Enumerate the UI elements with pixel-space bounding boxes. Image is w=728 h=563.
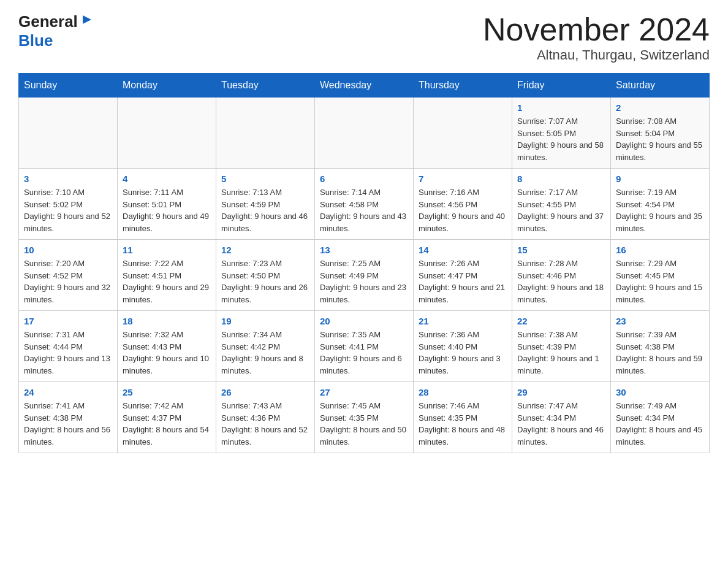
calendar-title: November 2024 bbox=[483, 12, 710, 47]
calendar-cell bbox=[216, 98, 315, 169]
calendar-cell: 23Sunrise: 7:39 AMSunset: 4:38 PMDayligh… bbox=[611, 311, 710, 382]
day-info: Sunrise: 7:46 AMSunset: 4:35 PMDaylight:… bbox=[419, 400, 507, 448]
day-number: 14 bbox=[419, 245, 507, 255]
calendar-cell: 21Sunrise: 7:36 AMSunset: 4:40 PMDayligh… bbox=[414, 311, 512, 382]
calendar-cell: 22Sunrise: 7:38 AMSunset: 4:39 PMDayligh… bbox=[512, 311, 611, 382]
calendar-cell: 19Sunrise: 7:34 AMSunset: 4:42 PMDayligh… bbox=[216, 311, 315, 382]
title-block: November 2024 Altnau, Thurgau, Switzerla… bbox=[483, 12, 710, 63]
calendar-cell bbox=[315, 98, 414, 169]
calendar-cell: 16Sunrise: 7:29 AMSunset: 4:45 PMDayligh… bbox=[611, 240, 710, 311]
day-number: 1 bbox=[517, 102, 605, 113]
day-number: 15 bbox=[517, 245, 605, 255]
calendar-cell: 7Sunrise: 7:16 AMSunset: 4:56 PMDaylight… bbox=[414, 169, 512, 240]
day-number: 2 bbox=[616, 102, 704, 113]
calendar-cell: 26Sunrise: 7:43 AMSunset: 4:36 PMDayligh… bbox=[216, 382, 315, 453]
day-info: Sunrise: 7:43 AMSunset: 4:36 PMDaylight:… bbox=[221, 400, 309, 448]
calendar-cell: 25Sunrise: 7:42 AMSunset: 4:37 PMDayligh… bbox=[118, 382, 216, 453]
day-number: 28 bbox=[419, 387, 507, 397]
day-number: 20 bbox=[320, 316, 408, 326]
page-header: General Blue November 2024 Altnau, Thurg… bbox=[18, 12, 710, 63]
day-info: Sunrise: 7:38 AMSunset: 4:39 PMDaylight:… bbox=[517, 329, 605, 377]
calendar-cell bbox=[118, 98, 216, 169]
calendar-cell: 18Sunrise: 7:32 AMSunset: 4:43 PMDayligh… bbox=[118, 311, 216, 382]
svg-marker-0 bbox=[83, 15, 91, 24]
day-number: 16 bbox=[616, 245, 704, 255]
day-number: 13 bbox=[320, 245, 408, 255]
day-number: 12 bbox=[221, 245, 309, 255]
calendar-cell: 15Sunrise: 7:28 AMSunset: 4:46 PMDayligh… bbox=[512, 240, 611, 311]
calendar-cell: 24Sunrise: 7:41 AMSunset: 4:38 PMDayligh… bbox=[19, 382, 118, 453]
calendar-cell: 14Sunrise: 7:26 AMSunset: 4:47 PMDayligh… bbox=[414, 240, 512, 311]
logo-triangle-icon bbox=[80, 13, 94, 26]
calendar-table: SundayMondayTuesdayWednesdayThursdayFrid… bbox=[18, 73, 710, 453]
calendar-cell: 27Sunrise: 7:45 AMSunset: 4:35 PMDayligh… bbox=[315, 382, 414, 453]
day-info: Sunrise: 7:19 AMSunset: 4:54 PMDaylight:… bbox=[616, 186, 704, 234]
day-info: Sunrise: 7:22 AMSunset: 4:51 PMDaylight:… bbox=[123, 258, 211, 305]
day-number: 30 bbox=[616, 387, 704, 397]
calendar-cell: 28Sunrise: 7:46 AMSunset: 4:35 PMDayligh… bbox=[414, 382, 512, 453]
day-info: Sunrise: 7:49 AMSunset: 4:34 PMDaylight:… bbox=[616, 400, 704, 448]
day-of-week-header: Saturday bbox=[611, 74, 710, 98]
day-number: 25 bbox=[123, 387, 211, 397]
day-info: Sunrise: 7:42 AMSunset: 4:37 PMDaylight:… bbox=[123, 400, 211, 448]
day-of-week-header: Tuesday bbox=[216, 74, 315, 98]
day-info: Sunrise: 7:32 AMSunset: 4:43 PMDaylight:… bbox=[123, 329, 211, 377]
day-number: 22 bbox=[517, 316, 605, 326]
day-number: 5 bbox=[221, 174, 309, 184]
day-info: Sunrise: 7:39 AMSunset: 4:38 PMDaylight:… bbox=[616, 329, 704, 377]
calendar-cell: 12Sunrise: 7:23 AMSunset: 4:50 PMDayligh… bbox=[216, 240, 315, 311]
calendar-cell: 29Sunrise: 7:47 AMSunset: 4:34 PMDayligh… bbox=[512, 382, 611, 453]
day-number: 9 bbox=[616, 174, 704, 184]
calendar-cell: 6Sunrise: 7:14 AMSunset: 4:58 PMDaylight… bbox=[315, 169, 414, 240]
day-info: Sunrise: 7:35 AMSunset: 4:41 PMDaylight:… bbox=[320, 329, 408, 377]
calendar-cell: 2Sunrise: 7:08 AMSunset: 5:04 PMDaylight… bbox=[611, 98, 710, 169]
day-number: 17 bbox=[24, 316, 112, 326]
day-info: Sunrise: 7:11 AMSunset: 5:01 PMDaylight:… bbox=[123, 186, 211, 234]
day-number: 11 bbox=[123, 245, 211, 255]
day-info: Sunrise: 7:47 AMSunset: 4:34 PMDaylight:… bbox=[517, 400, 605, 448]
calendar-cell: 20Sunrise: 7:35 AMSunset: 4:41 PMDayligh… bbox=[315, 311, 414, 382]
day-info: Sunrise: 7:28 AMSunset: 4:46 PMDaylight:… bbox=[517, 258, 605, 305]
day-number: 4 bbox=[123, 174, 211, 184]
calendar-cell: 13Sunrise: 7:25 AMSunset: 4:49 PMDayligh… bbox=[315, 240, 414, 311]
day-info: Sunrise: 7:31 AMSunset: 4:44 PMDaylight:… bbox=[24, 329, 112, 377]
day-number: 21 bbox=[419, 316, 507, 326]
day-info: Sunrise: 7:36 AMSunset: 4:40 PMDaylight:… bbox=[419, 329, 507, 377]
day-number: 3 bbox=[24, 174, 112, 184]
calendar-cell: 10Sunrise: 7:20 AMSunset: 4:52 PMDayligh… bbox=[19, 240, 118, 311]
calendar-cell bbox=[414, 98, 512, 169]
day-of-week-header: Monday bbox=[118, 74, 216, 98]
day-number: 24 bbox=[24, 387, 112, 397]
day-number: 6 bbox=[320, 174, 408, 184]
day-number: 26 bbox=[221, 387, 309, 397]
day-number: 29 bbox=[517, 387, 605, 397]
calendar-cell: 3Sunrise: 7:10 AMSunset: 5:02 PMDaylight… bbox=[19, 169, 118, 240]
day-of-week-header: Sunday bbox=[19, 74, 118, 98]
calendar-cell: 9Sunrise: 7:19 AMSunset: 4:54 PMDaylight… bbox=[611, 169, 710, 240]
day-of-week-header: Wednesday bbox=[315, 74, 414, 98]
day-info: Sunrise: 7:29 AMSunset: 4:45 PMDaylight:… bbox=[616, 258, 704, 305]
day-info: Sunrise: 7:13 AMSunset: 4:59 PMDaylight:… bbox=[221, 186, 309, 234]
day-info: Sunrise: 7:45 AMSunset: 4:35 PMDaylight:… bbox=[320, 400, 408, 448]
day-info: Sunrise: 7:10 AMSunset: 5:02 PMDaylight:… bbox=[24, 186, 112, 234]
logo: General Blue bbox=[18, 12, 94, 50]
day-info: Sunrise: 7:16 AMSunset: 4:56 PMDaylight:… bbox=[419, 186, 507, 234]
day-info: Sunrise: 7:34 AMSunset: 4:42 PMDaylight:… bbox=[221, 329, 309, 377]
day-number: 18 bbox=[123, 316, 211, 326]
day-number: 27 bbox=[320, 387, 408, 397]
calendar-cell: 11Sunrise: 7:22 AMSunset: 4:51 PMDayligh… bbox=[118, 240, 216, 311]
logo-general-text: General bbox=[18, 12, 78, 31]
calendar-subtitle: Altnau, Thurgau, Switzerland bbox=[483, 47, 710, 63]
day-info: Sunrise: 7:25 AMSunset: 4:49 PMDaylight:… bbox=[320, 258, 408, 305]
day-info: Sunrise: 7:41 AMSunset: 4:38 PMDaylight:… bbox=[24, 400, 112, 448]
day-info: Sunrise: 7:14 AMSunset: 4:58 PMDaylight:… bbox=[320, 186, 408, 234]
day-info: Sunrise: 7:23 AMSunset: 4:50 PMDaylight:… bbox=[221, 258, 309, 305]
calendar-cell: 1Sunrise: 7:07 AMSunset: 5:05 PMDaylight… bbox=[512, 98, 611, 169]
day-of-week-header: Friday bbox=[512, 74, 611, 98]
day-number: 7 bbox=[419, 174, 507, 184]
day-info: Sunrise: 7:08 AMSunset: 5:04 PMDaylight:… bbox=[616, 115, 704, 163]
day-number: 23 bbox=[616, 316, 704, 326]
calendar-cell: 8Sunrise: 7:17 AMSunset: 4:55 PMDaylight… bbox=[512, 169, 611, 240]
day-info: Sunrise: 7:07 AMSunset: 5:05 PMDaylight:… bbox=[517, 115, 605, 163]
calendar-cell: 4Sunrise: 7:11 AMSunset: 5:01 PMDaylight… bbox=[118, 169, 216, 240]
